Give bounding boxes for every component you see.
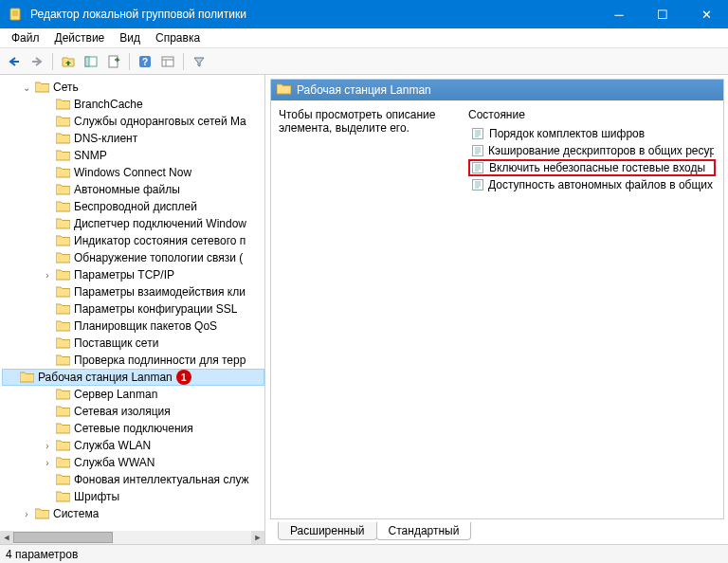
tree-item[interactable]: Автономные файлы xyxy=(2,181,264,198)
help-button[interactable]: ? xyxy=(135,51,155,72)
setting-label: Кэширование дескрипторов в общих ресурса xyxy=(488,144,714,157)
tree-item[interactable]: ›Система xyxy=(2,505,264,522)
tree-item[interactable]: Обнаружение топологии связи ( xyxy=(2,249,264,266)
menu-help[interactable]: Справка xyxy=(148,29,208,46)
folder-icon xyxy=(55,422,70,435)
close-button[interactable]: ✕ xyxy=(684,0,728,28)
folder-icon xyxy=(55,234,70,247)
tree-item[interactable]: Сетевая изоляция xyxy=(2,403,264,420)
export-list-button[interactable] xyxy=(103,51,124,72)
tree-item[interactable]: Беспроводной дисплей xyxy=(2,198,264,215)
tree-item-label: Параметры взаимодействия кли xyxy=(74,285,246,299)
tree-item[interactable]: Индикатор состояния сетевого п xyxy=(2,232,264,249)
column-state[interactable]: Состояние xyxy=(468,108,716,121)
setting-icon xyxy=(470,143,484,158)
tree-item-label: Windows Connect Now xyxy=(74,166,191,179)
right-hint: Чтобы просмотреть описание элемента, выд… xyxy=(279,108,468,511)
folder-icon xyxy=(55,268,70,282)
tree-item-label: Шрифты xyxy=(74,490,119,503)
tree-item-label: Поставщик сети xyxy=(74,336,158,350)
tree-scroll[interactable]: ⌄СетьBranchCacheСлужбы одноранговых сете… xyxy=(0,75,264,531)
expand-icon[interactable]: › xyxy=(42,270,53,281)
tree-item-label: DNS-клиент xyxy=(74,132,137,145)
setting-item[interactable]: 2Включить небезопасные гостевые входы xyxy=(468,159,716,176)
folder-icon xyxy=(34,507,49,520)
tree-item-label: SNMP xyxy=(74,149,107,162)
expand-icon[interactable]: › xyxy=(21,509,32,519)
tree-item-label: Сетевые подключения xyxy=(74,422,193,435)
folder-icon xyxy=(55,98,70,111)
folder-icon xyxy=(55,200,70,213)
folder-icon xyxy=(55,456,70,469)
setting-item[interactable]: Порядок комплектов шифров xyxy=(468,125,716,142)
folder-icon xyxy=(55,149,70,162)
tree-item[interactable]: Службы одноранговых сетей Ма xyxy=(2,113,264,130)
folder-icon xyxy=(55,115,70,128)
back-button[interactable] xyxy=(4,51,25,72)
tree-item-label: Параметры TCP/IP xyxy=(74,268,174,282)
tree-item[interactable]: Фоновая интеллектуальная служ xyxy=(2,471,264,488)
tree-item[interactable]: Проверка подлинности для терр xyxy=(2,352,264,369)
expand-icon[interactable]: › xyxy=(42,441,53,451)
menu-view[interactable]: Вид xyxy=(112,29,148,46)
tree-item-label: Проверка подлинности для терр xyxy=(74,354,246,367)
minimize-button[interactable]: ─ xyxy=(597,0,641,28)
svg-rect-8 xyxy=(109,56,118,67)
tree-item[interactable]: Диспетчер подключений Window xyxy=(2,215,264,232)
tree-item[interactable]: BranchCache xyxy=(2,96,264,113)
folder-icon xyxy=(19,371,34,384)
tabs: Расширенный Стандартный xyxy=(270,519,724,540)
tree-item[interactable]: ›Параметры TCP/IP xyxy=(2,266,264,283)
filter-button[interactable] xyxy=(189,51,209,72)
tab-extended[interactable]: Расширенный xyxy=(278,522,377,540)
tree-item[interactable]: DNS-клиент xyxy=(2,130,264,147)
separator-icon xyxy=(52,53,53,70)
tree-item[interactable]: Шрифты xyxy=(2,488,264,505)
scroll-track[interactable] xyxy=(13,531,251,544)
tree-item[interactable]: Планировщик пакетов QoS xyxy=(2,318,264,335)
scroll-thumb[interactable] xyxy=(13,532,113,543)
tree-item-label: Сеть xyxy=(53,81,79,94)
setting-item[interactable]: Доступность автономных файлов в общих ре xyxy=(468,176,716,193)
menu-action[interactable]: Действие xyxy=(47,29,113,46)
svg-rect-7 xyxy=(85,57,89,66)
folder-icon xyxy=(55,183,70,196)
up-button[interactable] xyxy=(58,51,79,72)
scroll-right-button[interactable]: ► xyxy=(251,531,264,544)
folder-icon xyxy=(55,251,70,264)
tree-item[interactable]: ›Служба WWAN xyxy=(2,454,264,471)
tree-item[interactable]: Windows Connect Now xyxy=(2,164,264,181)
tree-item[interactable]: ⌄Сеть xyxy=(2,79,264,96)
setting-label: Доступность автономных файлов в общих ре xyxy=(488,178,714,191)
tree-item[interactable]: Параметры конфигурации SSL xyxy=(2,300,264,318)
tree-item[interactable]: Параметры взаимодействия кли xyxy=(2,283,264,300)
maximize-button[interactable]: ☐ xyxy=(641,0,684,28)
expand-icon[interactable]: ⌄ xyxy=(21,82,32,93)
properties-button[interactable] xyxy=(157,51,178,72)
app-icon xyxy=(8,7,23,22)
tree-item[interactable]: Поставщик сети xyxy=(2,335,264,352)
tree-item[interactable]: ›Служба WLAN xyxy=(2,437,264,454)
tab-standard[interactable]: Стандартный xyxy=(376,522,472,540)
folder-icon xyxy=(55,473,70,486)
menu-file[interactable]: Файл xyxy=(4,29,47,46)
horizontal-scrollbar[interactable]: ◄ ► xyxy=(0,531,264,544)
titlebar: Редактор локальной групповой политики ─ … xyxy=(0,0,728,28)
tree-item[interactable]: Сетевые подключения xyxy=(2,420,264,437)
tree-item[interactable]: SNMP xyxy=(2,147,264,164)
folder-icon xyxy=(55,132,70,145)
scroll-left-button[interactable]: ◄ xyxy=(0,531,13,544)
folder-icon xyxy=(55,217,70,230)
tree-item[interactable]: Рабочая станция Lanman1 xyxy=(2,369,264,386)
tree-item[interactable]: Сервер Lanman xyxy=(2,386,264,403)
show-hide-tree-button[interactable] xyxy=(81,51,101,72)
menubar: Файл Действие Вид Справка xyxy=(0,28,728,48)
tree-item-label: Параметры конфигурации SSL xyxy=(74,302,237,316)
folder-icon xyxy=(55,166,70,179)
expand-icon[interactable]: › xyxy=(42,458,53,468)
tree-item-label: Планировщик пакетов QoS xyxy=(74,319,217,333)
tree-item-label: Беспроводной дисплей xyxy=(74,200,197,213)
forward-button[interactable] xyxy=(27,51,47,72)
setting-label: Порядок комплектов шифров xyxy=(489,127,645,140)
setting-item[interactable]: Кэширование дескрипторов в общих ресурса xyxy=(468,142,716,159)
